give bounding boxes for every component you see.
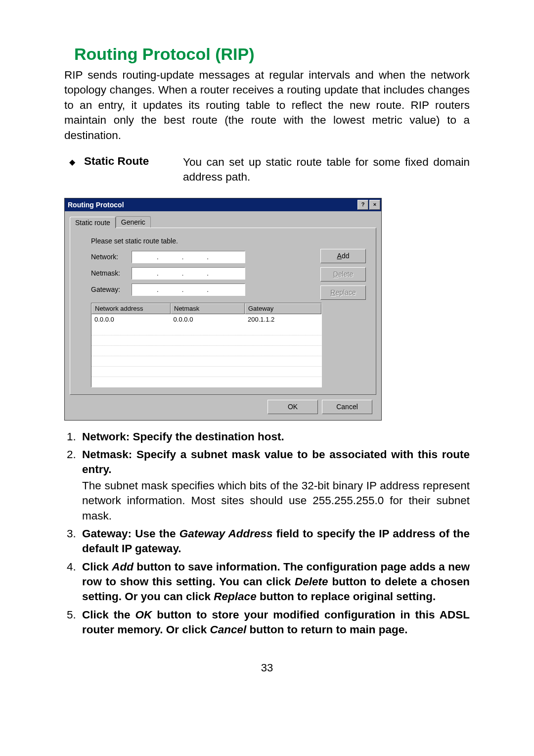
replace-button[interactable]: Replace bbox=[320, 285, 366, 300]
step-1: Network: Specify the destination host. bbox=[79, 429, 470, 444]
gateway-input[interactable]: ... bbox=[132, 284, 245, 296]
network-input[interactable]: ... bbox=[132, 251, 245, 263]
tab-static-route[interactable]: Static route bbox=[70, 217, 116, 228]
bullet-label: Static Route bbox=[84, 155, 183, 185]
bullet-description: You can set up static route table for so… bbox=[183, 155, 470, 185]
static-route-panel: Please set static route table. Network: … bbox=[70, 228, 376, 395]
step-5: Click the OK button to store your modifi… bbox=[79, 608, 470, 638]
network-label: Network: bbox=[91, 253, 128, 261]
page-heading: Routing Protocol (RIP) bbox=[74, 45, 470, 64]
netmask-input[interactable]: ... bbox=[132, 267, 245, 280]
col-netmask: Netmask bbox=[171, 303, 245, 314]
cancel-button[interactable]: Cancel bbox=[322, 400, 372, 414]
close-icon[interactable]: × bbox=[369, 200, 380, 210]
page-number: 33 bbox=[64, 662, 470, 674]
col-gateway: Gateway bbox=[245, 303, 321, 314]
dialog-titlebar: Routing Protocol ? × bbox=[65, 198, 381, 211]
step-3: Gateway: Use the Gateway Address field t… bbox=[79, 526, 470, 557]
route-table-header: Network address Netmask Gateway bbox=[91, 303, 321, 314]
cell-netmask: 0.0.0.0 bbox=[171, 316, 245, 323]
ok-button[interactable]: OK bbox=[267, 400, 318, 414]
cell-gateway: 200.1.1.2 bbox=[245, 316, 321, 323]
netmask-label: Netmask: bbox=[91, 269, 128, 277]
table-row[interactable]: 0.0.0.0 0.0.0.0 200.1.1.2 bbox=[91, 314, 321, 325]
add-button[interactable]: Add bbox=[320, 249, 366, 263]
step-2: Netmask: Specify a subnet mask value to … bbox=[79, 447, 470, 523]
tab-generic[interactable]: Generic bbox=[116, 216, 151, 228]
gateway-label: Gateway: bbox=[91, 285, 128, 293]
bullet-diamond-icon: ◆ bbox=[64, 155, 84, 185]
instruction-list: Network: Specify the destination host. N… bbox=[64, 429, 470, 638]
col-network-address: Network address bbox=[91, 303, 171, 314]
route-table[interactable]: Network address Netmask Gateway 0.0.0.0 … bbox=[91, 303, 322, 387]
delete-button[interactable]: Delete bbox=[320, 267, 366, 282]
step-4: Click Add button to save information. Th… bbox=[79, 560, 470, 605]
dialog-title-text: Routing Protocol bbox=[68, 201, 357, 209]
bullet-static-route: ◆ Static Route You can set up static rou… bbox=[64, 155, 470, 185]
help-icon[interactable]: ? bbox=[357, 200, 368, 210]
dialog-tabs: Static route Generic bbox=[70, 216, 376, 228]
panel-instruction: Please set static route table. bbox=[91, 237, 369, 245]
intro-paragraph: RIP sends routing-update messages at reg… bbox=[64, 68, 470, 143]
routing-protocol-dialog: Routing Protocol ? × Static route Generi… bbox=[64, 198, 382, 421]
cell-network: 0.0.0.0 bbox=[91, 316, 171, 323]
